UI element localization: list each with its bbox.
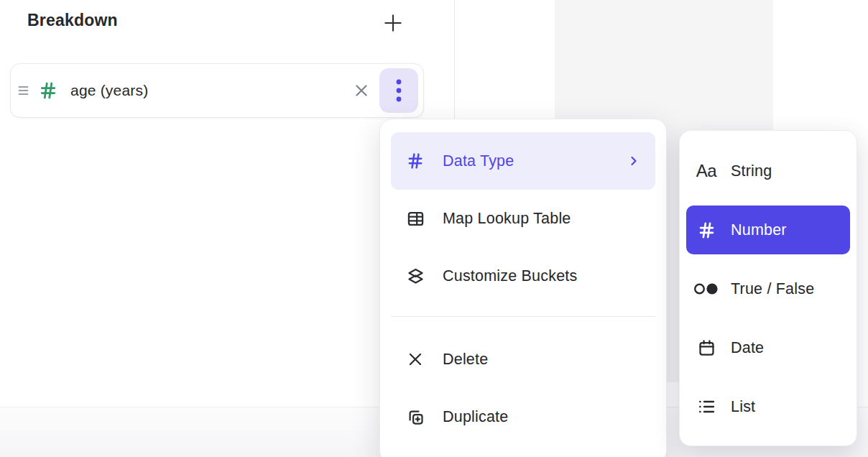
layers-icon — [405, 267, 425, 286]
menu-item-customize-buckets[interactable]: Customize Buckets — [391, 247, 655, 305]
chevron-right-icon — [627, 154, 641, 168]
menu-item-data-type[interactable]: Data Type — [391, 132, 655, 190]
submenu-item-label: Date — [731, 339, 764, 357]
x-icon — [405, 350, 425, 369]
menu-item-delete[interactable]: Delete — [391, 331, 655, 388]
submenu-item-label: List — [731, 398, 755, 416]
true-false-icon — [693, 280, 719, 297]
breakdown-field-chip[interactable]: age (years) — [10, 63, 424, 118]
aa-icon: Aa — [693, 161, 719, 181]
submenu-item-label: Number — [731, 221, 787, 239]
vertical-dots-icon — [395, 78, 402, 103]
table-icon — [405, 209, 425, 228]
submenu-item-true-false[interactable]: True / False — [686, 264, 850, 313]
plus-icon — [382, 11, 405, 34]
data-type-submenu: Aa String Number True / False — [679, 130, 857, 446]
menu-item-label: Customize Buckets — [443, 267, 577, 285]
menu-item-map-lookup-table[interactable]: Map Lookup Table — [391, 190, 655, 247]
menu-item-duplicate[interactable]: Duplicate — [391, 388, 655, 446]
drag-handle-icon[interactable] — [16, 83, 30, 98]
field-options-button[interactable] — [379, 68, 418, 113]
close-icon — [352, 81, 371, 100]
field-label: age (years) — [70, 82, 346, 99]
submenu-item-date[interactable]: Date — [686, 323, 850, 372]
menu-item-label: Duplicate — [443, 408, 508, 426]
list-icon — [693, 397, 719, 417]
add-breakdown-button[interactable] — [379, 9, 407, 37]
submenu-item-label: True / False — [731, 280, 814, 298]
page-title: Breakdown — [27, 11, 118, 30]
hash-icon — [693, 220, 719, 241]
submenu-item-number[interactable]: Number — [686, 206, 850, 254]
field-options-menu: Data Type Map Lookup Table — [379, 119, 667, 457]
hash-icon — [405, 151, 425, 171]
submenu-item-string[interactable]: Aa String — [686, 147, 850, 195]
remove-field-button[interactable] — [346, 75, 377, 106]
calendar-icon — [693, 338, 719, 358]
menu-item-label: Delete — [443, 351, 488, 369]
menu-item-label: Map Lookup Table — [443, 210, 571, 228]
menu-item-label: Data Type — [443, 152, 514, 170]
number-type-icon — [36, 80, 60, 101]
duplicate-icon — [405, 407, 425, 427]
app-canvas: Breakdown age (years) — [0, 0, 868, 457]
menu-divider — [391, 316, 655, 317]
submenu-item-list[interactable]: List — [686, 382, 850, 431]
submenu-item-label: String — [731, 162, 772, 180]
